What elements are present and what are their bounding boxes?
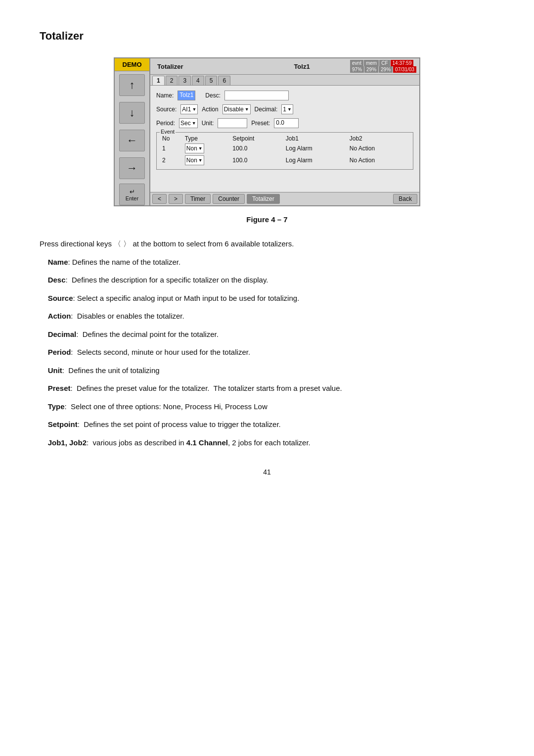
- next-button[interactable]: >: [169, 194, 183, 204]
- right-button[interactable]: →: [119, 157, 145, 179]
- event-row-1: 1 Non ▼ 100.0 Log Alarm No Action: [161, 142, 409, 154]
- name-input[interactable]: Tolz1: [178, 91, 195, 100]
- row2-no: 2: [161, 154, 183, 166]
- preset-input[interactable]: 0.0: [274, 118, 299, 128]
- desc-desc: Desc: Defines the description for a spec…: [40, 275, 494, 286]
- counter-button[interactable]: Counter: [213, 194, 245, 204]
- period-select[interactable]: Sec ▼: [179, 118, 198, 128]
- tab-6[interactable]: 6: [218, 76, 230, 85]
- source-action-decimal-row: Source: AI1 ▼ Action Disable ▼ Decimal: …: [156, 104, 413, 114]
- period-label: Period:: [156, 120, 175, 127]
- source-select[interactable]: AI1 ▼: [180, 104, 198, 114]
- tab-1[interactable]: 1: [152, 76, 165, 85]
- source-arrow-icon: ▼: [192, 107, 196, 112]
- date-value: 07/31/03: [393, 66, 416, 73]
- row2-job2: No Action: [348, 154, 409, 166]
- left-button[interactable]: ←: [119, 130, 145, 151]
- device-sidebar: DEMO ↑ ↓ ← → ↵ Enter: [115, 58, 150, 205]
- tabs-bar: 1 2 3 4 5 6: [150, 75, 419, 86]
- col-setpoint: Setpoint: [231, 135, 284, 142]
- channel-reference: 4.1 Channel: [186, 438, 228, 447]
- source-value: AI1: [182, 106, 191, 113]
- tab-4[interactable]: 4: [192, 76, 204, 85]
- device-wrapper: DEMO ↑ ↓ ← → ↵ Enter Totalizer Tolz1 evn…: [40, 57, 494, 206]
- enter-label: Enter: [126, 195, 138, 201]
- desc-input[interactable]: [224, 91, 289, 100]
- device-header: Totalizer Tolz1 evnt mem CF 14:37:59 97%…: [150, 58, 419, 75]
- tab-5[interactable]: 5: [205, 76, 218, 85]
- evnt-value: 97%: [350, 66, 364, 73]
- desc-action: Action: Disables or enables the totalize…: [40, 311, 494, 322]
- period-unit-preset-row: Period: Sec ▼ Unit: Preset: 0.0: [156, 118, 413, 128]
- timer-button[interactable]: Timer: [185, 194, 211, 204]
- action-label: Action: [202, 106, 218, 113]
- row2-job1: Log Alarm: [284, 154, 348, 166]
- row1-type[interactable]: Non ▼: [183, 142, 231, 154]
- header-stats: evnt mem CF 14:37:59 97% 29% 29% 07/31/0…: [350, 60, 416, 73]
- row2-type-arrow-icon: ▼: [198, 158, 203, 163]
- decimal-label: Decimal:: [255, 106, 278, 113]
- term-preset: Preset: [48, 384, 71, 392]
- event-table: No Type Setpoint Job1 Job2 1: [161, 135, 409, 166]
- term-jobs: Job1, Job2: [48, 438, 87, 447]
- col-no: No: [161, 135, 183, 142]
- unit-input[interactable]: [218, 118, 247, 128]
- decimal-arrow-icon: ▼: [287, 107, 292, 112]
- tab-2[interactable]: 2: [166, 76, 178, 85]
- row2-type[interactable]: Non ▼: [183, 154, 231, 166]
- col-type: Type: [183, 135, 231, 142]
- term-setpoint: Setpoint: [48, 420, 78, 428]
- row2-setpoint: 100.0: [231, 154, 284, 166]
- page-number: 41: [40, 468, 494, 476]
- col-job2: Job2: [348, 135, 409, 142]
- desc-jobs: Job1, Job2: various jobs as described in…: [40, 437, 494, 449]
- desc-preset: Preset: Defines the preset value for the…: [40, 383, 494, 394]
- enter-button[interactable]: ↵ Enter: [119, 184, 145, 205]
- device: DEMO ↑ ↓ ← → ↵ Enter Totalizer Tolz1 evn…: [114, 57, 420, 206]
- term-desc: Desc: [48, 276, 66, 284]
- event-section: Event No Type Setpoint Job1 Job2: [156, 132, 413, 170]
- cf-value: 29%: [379, 66, 393, 73]
- back-button[interactable]: Back: [393, 194, 417, 204]
- period-value: Sec: [180, 120, 191, 127]
- down-button[interactable]: ↓: [119, 102, 145, 124]
- action-value: Disable: [224, 106, 244, 113]
- row1-setpoint: 100.0: [231, 142, 284, 154]
- mem-label: mem: [364, 60, 379, 66]
- up-button[interactable]: ↑: [119, 74, 145, 96]
- totalizer-button[interactable]: Totalizer: [247, 194, 280, 204]
- demo-label: DEMO: [115, 58, 149, 71]
- term-unit: Unit: [48, 366, 62, 375]
- decimal-select[interactable]: 1 ▼: [281, 104, 293, 114]
- header-title: Totalizer: [153, 63, 254, 70]
- source-label: Source:: [156, 106, 177, 113]
- desc-period: Period: Selects second, minute or hour u…: [40, 347, 494, 358]
- term-source: Source: [48, 294, 73, 302]
- row1-job1: Log Alarm: [284, 142, 348, 154]
- bottom-bar: < > Timer Counter Totalizer Back: [150, 192, 419, 205]
- action-arrow-icon: ▼: [245, 107, 249, 112]
- page-title: Totalizer: [40, 30, 494, 43]
- event-row-2: 2 Non ▼ 100.0 Log Alarm No Action: [161, 154, 409, 166]
- event-legend: Event: [160, 129, 176, 135]
- name-desc-row: Name: Tolz1 Desc:: [156, 91, 413, 100]
- prev-button[interactable]: <: [152, 194, 167, 204]
- unit-label: Unit:: [202, 120, 214, 127]
- desc-source: Source: Select a specific analog input o…: [40, 293, 494, 304]
- term-decimal: Decimal: [48, 330, 77, 338]
- device-content: Name: Tolz1 Desc: Source: AI1 ▼ Action D…: [150, 86, 419, 192]
- term-period: Period: [48, 348, 71, 356]
- figure-caption: Figure 4 – 7: [40, 215, 494, 224]
- desc-decimal: Decimal: Defines the decimal point for t…: [40, 329, 494, 340]
- device-main: Totalizer Tolz1 evnt mem CF 14:37:59 97%…: [150, 58, 419, 205]
- enter-arrow-icon: ↵: [130, 188, 135, 195]
- desc-setpoint: Setpoint: Defines the set point of proce…: [40, 419, 494, 430]
- row1-type-value: Non: [186, 145, 197, 152]
- action-select[interactable]: Disable ▼: [222, 104, 251, 114]
- row2-type-value: Non: [186, 157, 197, 164]
- desc-type: Type: Select one of three options: None,…: [40, 401, 494, 413]
- tab-3[interactable]: 3: [178, 76, 191, 85]
- desc-name: Name: Defines the name of the totalizer.: [40, 257, 494, 268]
- preset-label: Preset:: [251, 120, 270, 127]
- term-action: Action: [48, 312, 71, 320]
